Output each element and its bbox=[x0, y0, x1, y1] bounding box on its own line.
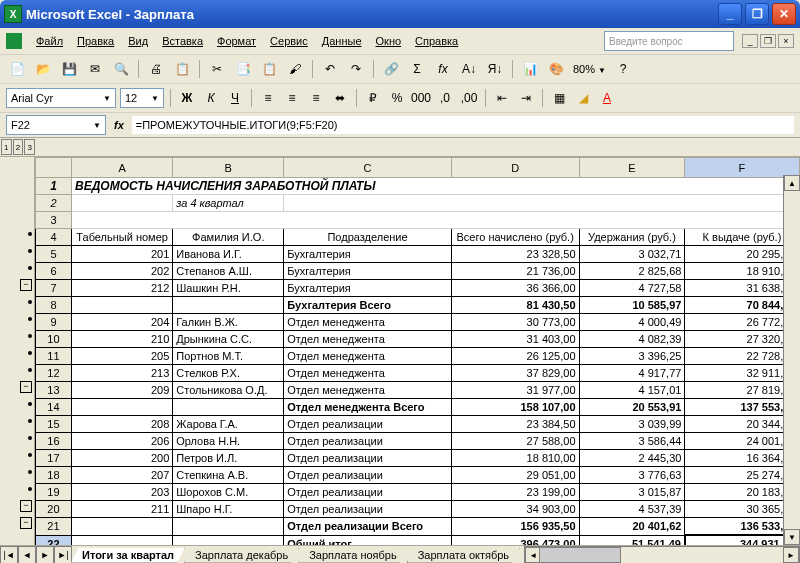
cut-icon[interactable]: ✂ bbox=[206, 58, 228, 80]
tab-first-icon[interactable]: |◄ bbox=[0, 546, 18, 563]
cell[interactable]: 211 bbox=[71, 501, 172, 518]
row-header[interactable]: 6 bbox=[36, 263, 72, 280]
cell[interactable] bbox=[71, 399, 172, 416]
cell[interactable] bbox=[71, 518, 172, 536]
borders-icon[interactable]: ▦ bbox=[549, 88, 569, 108]
cell[interactable]: 31 403,00 bbox=[451, 331, 579, 348]
dec-indent-icon[interactable]: ⇤ bbox=[492, 88, 512, 108]
font-color-icon[interactable]: A bbox=[597, 88, 617, 108]
cell[interactable]: 26 772,51 bbox=[685, 314, 799, 331]
minimize-button[interactable]: _ bbox=[718, 3, 742, 25]
close-button[interactable]: ✕ bbox=[772, 3, 796, 25]
cell[interactable]: 2 445,30 bbox=[579, 450, 685, 467]
cell[interactable]: 4 727,58 bbox=[579, 280, 685, 297]
cell[interactable]: 210 bbox=[71, 331, 172, 348]
horizontal-scrollbar[interactable]: ◄ ► bbox=[524, 546, 800, 563]
inc-indent-icon[interactable]: ⇥ bbox=[516, 88, 536, 108]
cell[interactable]: 201 bbox=[71, 246, 172, 263]
undo-icon[interactable]: ↶ bbox=[319, 58, 341, 80]
cell[interactable]: 204 bbox=[71, 314, 172, 331]
cell[interactable]: Отдел реализации Всего bbox=[284, 518, 452, 536]
cell[interactable] bbox=[284, 195, 799, 212]
tab-totals[interactable]: Итоги за квартал bbox=[71, 548, 185, 563]
cell[interactable]: 209 bbox=[71, 382, 172, 399]
col-header-D[interactable]: D bbox=[451, 158, 579, 178]
cell[interactable]: Бухгалтерия bbox=[284, 246, 452, 263]
align-left-icon[interactable]: ≡ bbox=[258, 88, 278, 108]
cell[interactable]: 29 051,00 bbox=[451, 467, 579, 484]
row-header[interactable]: 20 bbox=[36, 501, 72, 518]
save-icon[interactable]: 💾 bbox=[58, 58, 80, 80]
cell[interactable]: Стольникова О.Д. bbox=[173, 382, 284, 399]
underline-icon[interactable]: Ч bbox=[225, 88, 245, 108]
cell[interactable]: Бухгалтерия bbox=[284, 280, 452, 297]
row-header[interactable]: 12 bbox=[36, 365, 72, 382]
cell[interactable]: Табельный номер bbox=[71, 229, 172, 246]
row-header[interactable]: 15 bbox=[36, 416, 72, 433]
outline-collapse[interactable]: − bbox=[20, 279, 32, 291]
cell[interactable]: 24 001,56 bbox=[685, 433, 799, 450]
cell[interactable]: Фамилия И.О. bbox=[173, 229, 284, 246]
cell[interactable]: Отдел реализации bbox=[284, 467, 452, 484]
menu-view[interactable]: Вид bbox=[122, 33, 154, 49]
cell[interactable]: 20 295,80 bbox=[685, 246, 799, 263]
cell[interactable]: 36 366,00 bbox=[451, 280, 579, 297]
new-icon[interactable]: 📄 bbox=[6, 58, 28, 80]
menu-help[interactable]: Справка bbox=[409, 33, 464, 49]
tab-next-icon[interactable]: ► bbox=[36, 546, 54, 563]
cell[interactable]: Портнов М.Т. bbox=[173, 348, 284, 365]
sheet-area[interactable]: ABCDEF1ВЕДОМОСТЬ НАЧИСЛЕНИЯ ЗАРАБОТНОЙ П… bbox=[35, 157, 800, 545]
sum-icon[interactable]: Σ bbox=[406, 58, 428, 80]
outline-level-2[interactable]: 2 bbox=[13, 139, 24, 155]
cell[interactable] bbox=[173, 297, 284, 314]
cell[interactable]: 37 829,00 bbox=[451, 365, 579, 382]
row-header[interactable]: 3 bbox=[36, 212, 72, 229]
cell[interactable]: 3 776,63 bbox=[579, 467, 685, 484]
menu-tools[interactable]: Сервис bbox=[264, 33, 314, 49]
redo-icon[interactable]: ↷ bbox=[345, 58, 367, 80]
cell[interactable]: 3 396,25 bbox=[579, 348, 685, 365]
cell[interactable]: 81 430,50 bbox=[451, 297, 579, 314]
row-header[interactable]: 13 bbox=[36, 382, 72, 399]
cell[interactable]: 23 199,00 bbox=[451, 484, 579, 501]
mail-icon[interactable]: ✉ bbox=[84, 58, 106, 80]
cell[interactable] bbox=[173, 518, 284, 536]
tab-last-icon[interactable]: ►| bbox=[54, 546, 72, 563]
cell[interactable]: 208 bbox=[71, 416, 172, 433]
fill-color-icon[interactable]: ◢ bbox=[573, 88, 593, 108]
cell[interactable]: Бухгалтерия Всего bbox=[284, 297, 452, 314]
cell[interactable]: 27 320,61 bbox=[685, 331, 799, 348]
cell[interactable]: ВЕДОМОСТЬ НАЧИСЛЕНИЯ ЗАРАБОТНОЙ ПЛАТЫ bbox=[71, 178, 799, 195]
cell[interactable]: 22 728,75 bbox=[685, 348, 799, 365]
scroll-right-icon[interactable]: ► bbox=[783, 547, 799, 563]
cell[interactable]: 4 917,77 bbox=[579, 365, 685, 382]
menu-format[interactable]: Формат bbox=[211, 33, 262, 49]
row-header[interactable]: 14 bbox=[36, 399, 72, 416]
align-center-icon[interactable]: ≡ bbox=[282, 88, 302, 108]
align-right-icon[interactable]: ≡ bbox=[306, 88, 326, 108]
merge-icon[interactable]: ⬌ bbox=[330, 88, 350, 108]
cell[interactable]: 2 825,68 bbox=[579, 263, 685, 280]
cell[interactable]: 344 931,51 bbox=[685, 535, 799, 545]
cell[interactable]: Отдел реализации bbox=[284, 450, 452, 467]
paste-icon[interactable]: 📋 bbox=[258, 58, 280, 80]
cell[interactable]: 137 553,09 bbox=[685, 399, 799, 416]
font-selector[interactable]: Arial Cyr▼ bbox=[6, 88, 116, 108]
cell[interactable]: 3 586,44 bbox=[579, 433, 685, 450]
cell[interactable]: Степкина А.В. bbox=[173, 467, 284, 484]
cell[interactable]: 20 553,91 bbox=[579, 399, 685, 416]
cell[interactable]: Отдел менеджента bbox=[284, 348, 452, 365]
cell[interactable]: 20 401,62 bbox=[579, 518, 685, 536]
cell[interactable]: 10 585,97 bbox=[579, 297, 685, 314]
row-header[interactable]: 11 bbox=[36, 348, 72, 365]
help-icon[interactable]: ? bbox=[612, 58, 634, 80]
maximize-button[interactable]: ❐ bbox=[745, 3, 769, 25]
size-selector[interactable]: 12▼ bbox=[120, 88, 164, 108]
cell[interactable]: Стелков Р.Х. bbox=[173, 365, 284, 382]
cell[interactable]: 213 bbox=[71, 365, 172, 382]
menu-data[interactable]: Данные bbox=[316, 33, 368, 49]
row-header[interactable]: 22 bbox=[36, 535, 72, 545]
dec-decimal-icon[interactable]: ,00 bbox=[459, 88, 479, 108]
cell[interactable]: 3 039,99 bbox=[579, 416, 685, 433]
cell[interactable]: 32 911,23 bbox=[685, 365, 799, 382]
